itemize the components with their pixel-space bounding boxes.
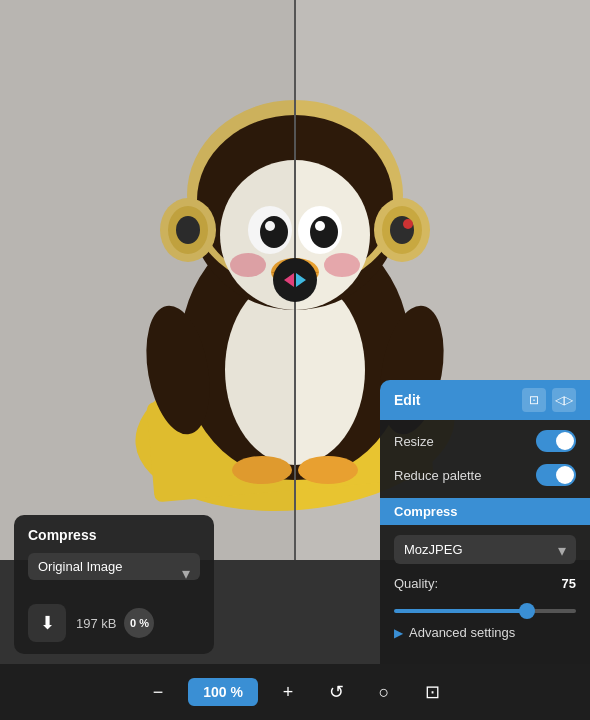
quality-value: 75 [562,576,576,591]
zoom-in-button[interactable]: + [270,674,306,710]
left-compress-panel: Compress Original Image MozJPEG WebP ⬇ 1… [14,515,214,654]
right-panel-body: Resize Reduce palette Compress MozJPEG W… [380,420,590,664]
zoom-minus-icon: − [153,682,164,703]
svg-point-16 [403,219,413,229]
compare-arrows-icon [284,273,306,287]
advanced-settings-label: Advanced settings [409,625,515,640]
svg-point-29 [298,456,358,484]
zoom-out-button[interactable]: − [140,674,176,710]
expand-panel-button[interactable]: ⊡ [522,388,546,412]
percent-value: 0 % [130,617,149,629]
left-panel-bottom: ⬇ 197 kB 0 % [28,604,200,642]
bottom-toolbar: − 100 % + ↺ ○ ⊡ [0,664,590,720]
source-select-wrapper: Original Image MozJPEG WebP [28,553,200,592]
compare-icon: ◁▷ [555,393,573,407]
file-size-value: 197 kB [76,616,116,631]
rotate-icon: ↺ [329,681,344,703]
advanced-settings-row[interactable]: ▶ Advanced settings [394,625,576,640]
crop-icon: ⊡ [425,681,440,703]
download-icon-left: ⬇ [40,612,55,634]
rotate-button[interactable]: ↺ [318,674,354,710]
reduce-palette-label: Reduce palette [394,468,481,483]
percent-badge: 0 % [124,608,154,638]
panel-header-icons: ⊡ ◁▷ [522,388,576,412]
svg-point-22 [315,221,325,231]
right-panel-header: Edit ⊡ ◁▷ [380,380,590,420]
quality-slider[interactable] [394,609,576,613]
codec-select[interactable]: MozJPEG WebP AVIF OxiPNG [394,535,576,564]
arrow-right-icon [296,273,306,287]
left-panel-title: Compress [28,527,200,543]
chevron-right-icon: ▶ [394,626,403,640]
reduce-palette-toggle[interactable] [536,464,576,486]
svg-rect-30 [0,0,295,560]
quality-row: Quality: 75 [394,576,576,591]
svg-point-25 [324,253,360,277]
download-button-left[interactable]: ⬇ [28,604,66,642]
reduce-palette-row: Reduce palette [394,464,576,486]
circle-button[interactable]: ○ [366,674,402,710]
compare-panel-button[interactable]: ◁▷ [552,388,576,412]
compress-section-header: Compress [380,498,590,525]
source-select[interactable]: Original Image MozJPEG WebP [28,553,200,580]
zoom-display: 100 % [188,678,258,706]
resize-row: Resize [394,430,576,452]
file-size-info: 197 kB 0 % [76,608,154,638]
compress-section-label: Compress [394,504,458,519]
expand-icon: ⊡ [529,393,539,407]
circle-icon: ○ [379,682,390,703]
compare-handle[interactable] [273,258,317,302]
svg-point-20 [310,216,338,248]
resize-toggle[interactable] [536,430,576,452]
arrow-left-icon [284,273,294,287]
zoom-plus-icon: + [283,682,294,703]
crop-button[interactable]: ⊡ [414,674,450,710]
right-panel-title: Edit [394,392,420,408]
resize-label: Resize [394,434,434,449]
quality-label: Quality: [394,576,438,591]
codec-select-wrapper: MozJPEG WebP AVIF OxiPNG [394,535,576,564]
